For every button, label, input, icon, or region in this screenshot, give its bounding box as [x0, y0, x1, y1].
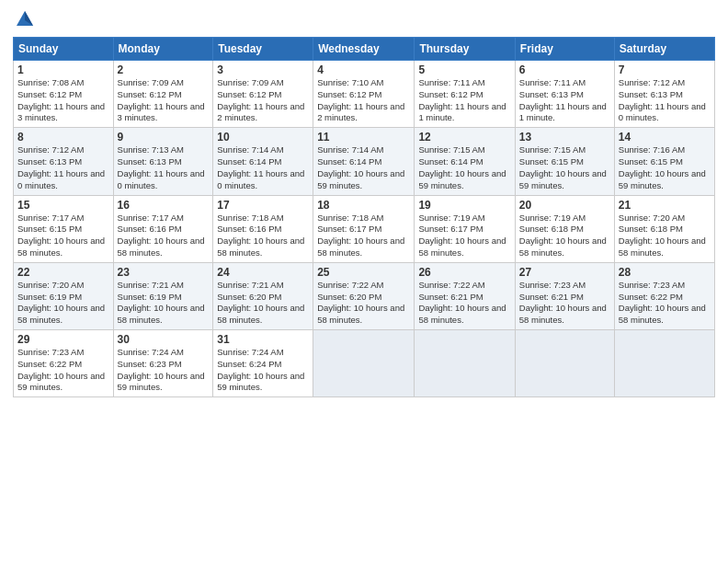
- day-number: 11: [317, 131, 410, 144]
- calendar-cell: 10Sunrise: 7:14 AMSunset: 6:14 PMDayligh…: [213, 128, 313, 195]
- day-number: 16: [118, 199, 210, 212]
- day-info: Sunrise: 7:11 AMSunset: 6:12 PMDaylight:…: [418, 77, 510, 124]
- calendar-cell: 15Sunrise: 7:17 AMSunset: 6:15 PMDayligh…: [14, 195, 114, 262]
- day-info: Sunrise: 7:20 AMSunset: 6:18 PMDaylight:…: [619, 213, 711, 259]
- day-info: Sunrise: 7:17 AMSunset: 6:15 PMDaylight:…: [17, 213, 109, 259]
- calendar-cell: [313, 330, 415, 397]
- day-number: 31: [217, 333, 309, 346]
- day-info: Sunrise: 7:16 AMSunset: 6:15 PMDaylight:…: [619, 144, 711, 191]
- calendar-cell: 18Sunrise: 7:18 AMSunset: 6:17 PMDayligh…: [313, 195, 415, 262]
- day-number: 3: [217, 63, 309, 76]
- calendar-cell: 31Sunrise: 7:24 AMSunset: 6:24 PMDayligh…: [213, 330, 313, 397]
- day-number: 28: [619, 266, 711, 279]
- calendar-cell: [614, 330, 714, 397]
- day-number: 22: [17, 266, 109, 279]
- day-number: 19: [418, 199, 510, 212]
- calendar-row-3: 15Sunrise: 7:17 AMSunset: 6:15 PMDayligh…: [14, 195, 715, 262]
- calendar-row-1: 1Sunrise: 7:08 AMSunset: 6:12 PMDaylight…: [14, 61, 715, 128]
- day-number: 24: [217, 266, 309, 279]
- day-info: Sunrise: 7:11 AMSunset: 6:13 PMDaylight:…: [519, 77, 610, 124]
- calendar-header-monday: Monday: [113, 38, 213, 61]
- calendar-cell: 29Sunrise: 7:23 AMSunset: 6:22 PMDayligh…: [14, 330, 114, 397]
- calendar-cell: [515, 330, 614, 397]
- day-info: Sunrise: 7:15 AMSunset: 6:14 PMDaylight:…: [418, 144, 510, 191]
- day-info: Sunrise: 7:23 AMSunset: 6:22 PMDaylight:…: [619, 280, 711, 327]
- day-number: 4: [317, 63, 410, 76]
- day-info: Sunrise: 7:21 AMSunset: 6:19 PMDaylight:…: [118, 280, 210, 327]
- day-number: 8: [17, 131, 109, 144]
- day-info: Sunrise: 7:24 AMSunset: 6:23 PMDaylight:…: [118, 347, 210, 394]
- calendar-cell: 8Sunrise: 7:12 AMSunset: 6:13 PMDaylight…: [14, 128, 114, 195]
- day-number: 7: [619, 63, 711, 76]
- calendar-row-5: 29Sunrise: 7:23 AMSunset: 6:22 PMDayligh…: [14, 330, 715, 397]
- calendar-header-thursday: Thursday: [415, 38, 515, 61]
- calendar-cell: 19Sunrise: 7:19 AMSunset: 6:17 PMDayligh…: [415, 195, 515, 262]
- day-info: Sunrise: 7:09 AMSunset: 6:12 PMDaylight:…: [217, 77, 309, 124]
- calendar-header-sunday: Sunday: [14, 38, 114, 61]
- day-info: Sunrise: 7:09 AMSunset: 6:12 PMDaylight:…: [118, 77, 210, 124]
- day-info: Sunrise: 7:24 AMSunset: 6:24 PMDaylight:…: [217, 347, 309, 394]
- day-info: Sunrise: 7:22 AMSunset: 6:21 PMDaylight:…: [418, 280, 510, 327]
- day-info: Sunrise: 7:14 AMSunset: 6:14 PMDaylight:…: [317, 144, 410, 191]
- day-info: Sunrise: 7:18 AMSunset: 6:16 PMDaylight:…: [217, 213, 309, 259]
- day-number: 30: [118, 333, 210, 346]
- calendar-cell: 5Sunrise: 7:11 AMSunset: 6:12 PMDaylight…: [415, 61, 515, 128]
- calendar-header-row: SundayMondayTuesdayWednesdayThursdayFrid…: [14, 38, 715, 61]
- calendar-row-4: 22Sunrise: 7:20 AMSunset: 6:19 PMDayligh…: [14, 262, 715, 329]
- calendar-header-tuesday: Tuesday: [213, 38, 313, 61]
- calendar-cell: 27Sunrise: 7:23 AMSunset: 6:21 PMDayligh…: [515, 262, 614, 329]
- day-number: 29: [17, 333, 109, 346]
- day-info: Sunrise: 7:21 AMSunset: 6:20 PMDaylight:…: [217, 280, 309, 327]
- day-info: Sunrise: 7:19 AMSunset: 6:17 PMDaylight:…: [418, 213, 510, 259]
- day-number: 5: [418, 63, 510, 76]
- calendar-row-2: 8Sunrise: 7:12 AMSunset: 6:13 PMDaylight…: [14, 128, 715, 195]
- calendar-cell: 25Sunrise: 7:22 AMSunset: 6:20 PMDayligh…: [313, 262, 415, 329]
- day-number: 10: [217, 131, 309, 144]
- calendar-cell: 16Sunrise: 7:17 AMSunset: 6:16 PMDayligh…: [113, 195, 213, 262]
- day-number: 15: [17, 199, 109, 212]
- calendar-cell: 20Sunrise: 7:19 AMSunset: 6:18 PMDayligh…: [515, 195, 614, 262]
- calendar-cell: 30Sunrise: 7:24 AMSunset: 6:23 PMDayligh…: [113, 330, 213, 397]
- calendar-cell: 4Sunrise: 7:10 AMSunset: 6:12 PMDaylight…: [313, 61, 415, 128]
- calendar-cell: 24Sunrise: 7:21 AMSunset: 6:20 PMDayligh…: [213, 262, 313, 329]
- day-number: 18: [317, 199, 410, 212]
- calendar-cell: 21Sunrise: 7:20 AMSunset: 6:18 PMDayligh…: [614, 195, 714, 262]
- calendar-header-friday: Friday: [515, 38, 614, 61]
- day-number: 21: [619, 199, 711, 212]
- day-info: Sunrise: 7:13 AMSunset: 6:13 PMDaylight:…: [118, 144, 210, 191]
- calendar-cell: 9Sunrise: 7:13 AMSunset: 6:13 PMDaylight…: [113, 128, 213, 195]
- day-info: Sunrise: 7:23 AMSunset: 6:21 PMDaylight:…: [519, 280, 610, 327]
- day-info: Sunrise: 7:15 AMSunset: 6:15 PMDaylight:…: [519, 144, 610, 191]
- calendar-cell: 2Sunrise: 7:09 AMSunset: 6:12 PMDaylight…: [113, 61, 213, 128]
- calendar-cell: 22Sunrise: 7:20 AMSunset: 6:19 PMDayligh…: [14, 262, 114, 329]
- day-number: 23: [118, 266, 210, 279]
- day-number: 26: [418, 266, 510, 279]
- day-info: Sunrise: 7:12 AMSunset: 6:13 PMDaylight:…: [17, 144, 109, 191]
- day-number: 6: [519, 63, 610, 76]
- day-number: 12: [418, 131, 510, 144]
- day-info: Sunrise: 7:10 AMSunset: 6:12 PMDaylight:…: [317, 77, 410, 124]
- logo-icon: [15, 9, 35, 29]
- day-info: Sunrise: 7:08 AMSunset: 6:12 PMDaylight:…: [17, 77, 109, 124]
- day-info: Sunrise: 7:19 AMSunset: 6:18 PMDaylight:…: [519, 213, 610, 259]
- page-container: SundayMondayTuesdayWednesdayThursdayFrid…: [0, 0, 728, 405]
- day-number: 9: [118, 131, 210, 144]
- calendar-cell: 7Sunrise: 7:12 AMSunset: 6:13 PMDaylight…: [614, 61, 714, 128]
- day-number: 1: [17, 63, 109, 76]
- day-number: 20: [519, 199, 610, 212]
- day-number: 27: [519, 266, 610, 279]
- calendar-cell: 3Sunrise: 7:09 AMSunset: 6:12 PMDaylight…: [213, 61, 313, 128]
- day-info: Sunrise: 7:18 AMSunset: 6:17 PMDaylight:…: [317, 213, 410, 259]
- day-info: Sunrise: 7:14 AMSunset: 6:14 PMDaylight:…: [217, 144, 309, 191]
- day-number: 13: [519, 131, 610, 144]
- calendar-cell: 17Sunrise: 7:18 AMSunset: 6:16 PMDayligh…: [213, 195, 313, 262]
- day-number: 14: [619, 131, 711, 144]
- calendar-cell: 1Sunrise: 7:08 AMSunset: 6:12 PMDaylight…: [14, 61, 114, 128]
- calendar-header-wednesday: Wednesday: [313, 38, 415, 61]
- calendar-cell: 26Sunrise: 7:22 AMSunset: 6:21 PMDayligh…: [415, 262, 515, 329]
- calendar-cell: [415, 330, 515, 397]
- day-info: Sunrise: 7:12 AMSunset: 6:13 PMDaylight:…: [619, 77, 711, 124]
- day-number: 17: [217, 199, 309, 212]
- calendar-cell: 11Sunrise: 7:14 AMSunset: 6:14 PMDayligh…: [313, 128, 415, 195]
- page-header: [13, 9, 715, 29]
